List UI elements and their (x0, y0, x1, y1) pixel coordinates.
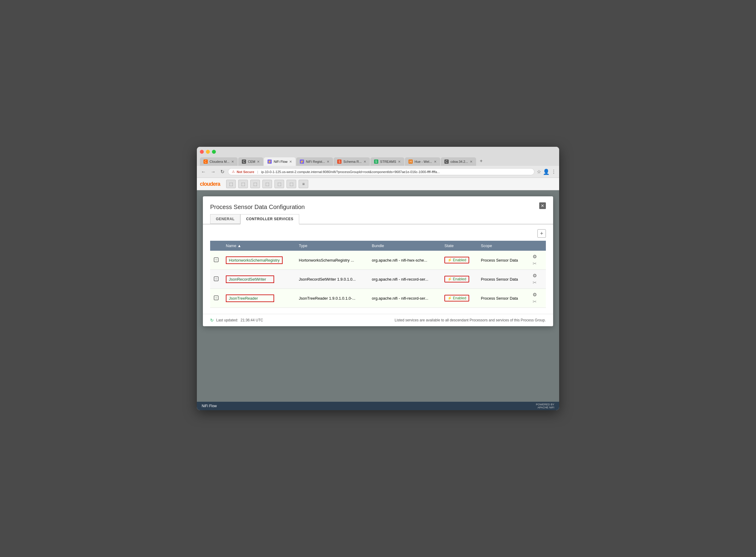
tab-favicon-cdsw: C (445, 159, 449, 164)
row-state-cell: ⚡ Enabled (441, 270, 477, 289)
tab-close-cloudera[interactable]: ✕ (231, 160, 234, 164)
col-name[interactable]: Name ▲ (222, 241, 295, 251)
toolbar-btn-2[interactable]: ⬚ (238, 180, 248, 188)
last-updated-time: 21:36:44 UTC (241, 318, 263, 322)
row-name-cell[interactable]: HortonworksSchemaRegistry (222, 251, 295, 270)
new-tab-button[interactable]: + (477, 156, 485, 166)
row-type-cell: JsonTreeReader 1.9.0.1.0.1.0-... (295, 289, 368, 308)
state-badge: ⚡ Enabled (445, 257, 469, 263)
col-icon (210, 241, 222, 251)
tab-close-streams[interactable]: ✕ (398, 160, 401, 164)
service-name[interactable]: JsonRecordSetWriter (226, 275, 274, 283)
tab-close-nifi-flow[interactable]: ✕ (289, 160, 292, 164)
maximize-traffic-light[interactable] (212, 150, 216, 154)
row-name-cell[interactable]: JsonTreeReader (222, 289, 295, 308)
browser-tab-cdsw[interactable]: C cdsw.34.2... ✕ (441, 157, 476, 166)
configure-service-button[interactable]: ⚙ (532, 272, 538, 279)
row-type-cell: JsonRecordSetWriter 1.9.0.1.0... (295, 270, 368, 289)
tab-label-schema: Schema R... (343, 160, 362, 164)
modal-close-button[interactable]: ✕ (539, 202, 546, 209)
configure-service-button[interactable]: ⚙ (532, 253, 538, 260)
address-bar: ← → ↻ ⚠ Not Secure | ip-10-0-1-125.us-we… (197, 166, 559, 178)
row-scope-cell: Process Sensor Data (477, 289, 528, 308)
toolbar-icons: ⬚ ⬚ ⬚ ⬚ ⬚ ⬚ ≡ (226, 180, 308, 188)
state-badge: ⚡ Enabled (445, 276, 469, 283)
toolbar-btn-5[interactable]: ⬚ (274, 180, 284, 188)
row-state-cell: ⚡ Enabled (441, 289, 477, 308)
disable-service-button[interactable]: ✂ (532, 279, 538, 286)
browser-tab-cloudera[interactable]: C Cloudera M... ✕ (200, 157, 238, 166)
tab-close-hue[interactable]: ✕ (434, 160, 436, 164)
back-button[interactable]: ← (200, 169, 207, 175)
close-traffic-light[interactable] (200, 150, 204, 154)
refresh-icon[interactable]: ↻ (210, 318, 214, 323)
row-name-cell[interactable]: JsonRecordSetWriter (222, 270, 295, 289)
disable-service-button[interactable]: ✂ (532, 298, 538, 305)
profile-icon[interactable]: 👤 (543, 169, 549, 175)
tab-favicon-schema: S (337, 159, 341, 164)
state-label: Enabled (453, 296, 466, 300)
toolbar-btn-3[interactable]: ⬚ (250, 180, 260, 188)
tab-favicon-streams: S (374, 159, 378, 164)
tab-controller-services[interactable]: CONTROLLER SERVICES (240, 214, 299, 225)
menu-icon[interactable]: ⋮ (551, 169, 556, 175)
address-input[interactable]: ⚠ Not Secure | ip-10-0-1-125.us-west-2.c… (228, 168, 535, 175)
browser-tab-cem[interactable]: C CEM ✕ (238, 157, 263, 166)
bookmark-icon[interactable]: ☆ (537, 169, 541, 175)
powered-by-label: POWERED BYAPACHE NIFI (536, 403, 554, 409)
tab-favicon-cloudera: C (204, 159, 208, 164)
lightning-icon: ⚡ (448, 258, 452, 262)
tab-general[interactable]: GENERAL (210, 214, 240, 224)
browser-tab-schema[interactable]: S Schema R... ✕ (334, 157, 370, 166)
minimize-traffic-light[interactable] (206, 150, 210, 154)
row-icon-cell (210, 289, 222, 308)
modal-body: + Name ▲ Type Bundle (203, 225, 553, 314)
row-icon-cell (210, 251, 222, 270)
add-service-button[interactable]: + (537, 229, 546, 238)
tab-favicon-nifi-reg: ⚡ (300, 159, 304, 164)
browser-tabs-bar: C Cloudera M... ✕ C CEM ✕ ⚡ NiFi Flow ✕ … (200, 156, 556, 166)
row-actions-cell: ⚙ ✂ (528, 289, 546, 308)
tab-close-cem[interactable]: ✕ (257, 160, 260, 164)
disable-service-button[interactable]: ✂ (532, 260, 538, 267)
forward-button[interactable]: → (210, 169, 217, 175)
row-scope-cell: Process Sensor Data (477, 251, 528, 270)
service-icon (214, 296, 219, 301)
row-bundle-cell: org.apache.nifi - nifi-record-ser... (368, 270, 441, 289)
tab-label-nifi-flow: NiFi Flow (274, 160, 288, 164)
browser-tab-nifi-flow[interactable]: ⚡ NiFi Flow ✕ (264, 157, 296, 166)
browser-tab-nifi-reg[interactable]: ⚡ NiFi Regist... ✕ (296, 157, 333, 166)
tab-close-nifi-reg[interactable]: ✕ (327, 160, 329, 164)
row-scope-cell: Process Sensor Data (477, 270, 528, 289)
app-name-label: NiFi Flow (202, 404, 217, 408)
tab-close-cdsw[interactable]: ✕ (470, 160, 473, 164)
col-state: State (441, 241, 477, 251)
lightning-icon: ⚡ (448, 277, 452, 281)
browser-tab-hue[interactable]: H Hue - Wel... ✕ (405, 157, 440, 166)
col-scope: Scope (477, 241, 528, 251)
table-row: JsonTreeReaderJsonTreeReader 1.9.0.1.0.1… (210, 289, 546, 308)
row-actions-cell: ⚙ ✂ (528, 270, 546, 289)
col-actions (528, 241, 546, 251)
browser-tab-streams[interactable]: S STREAMS ✕ (370, 157, 404, 166)
modal-tabs: GENERAL CONTROLLER SERVICES (203, 210, 553, 225)
configure-service-button[interactable]: ⚙ (532, 291, 538, 298)
lightning-icon: ⚡ (448, 296, 452, 300)
toolbar-btn-1[interactable]: ⬚ (226, 180, 236, 188)
not-secure-label: Not Secure (237, 170, 254, 174)
service-name[interactable]: HortonworksSchemaRegistry (226, 257, 282, 264)
address-actions: ☆ 👤 ⋮ (537, 169, 556, 175)
toolbar-btn-4[interactable]: ⬚ (262, 180, 272, 188)
tab-favicon-cem: C (242, 159, 246, 164)
modal-title: Process Sensor Data Configuration (210, 204, 305, 210)
service-name[interactable]: JsonTreeReader (226, 294, 274, 302)
tab-close-schema[interactable]: ✕ (364, 160, 366, 164)
col-type: Type (295, 241, 368, 251)
table-row: JsonRecordSetWriterJsonRecordSetWriter 1… (210, 270, 546, 289)
reload-button[interactable]: ↻ (219, 168, 225, 175)
service-icon (214, 277, 219, 282)
row-bundle-cell: org.apache.nifi - nifi-record-ser... (368, 289, 441, 308)
toolbar-btn-7[interactable]: ≡ (299, 180, 308, 188)
last-updated-section: ↻ Last updated: 21:36:44 UTC (210, 318, 263, 323)
toolbar-btn-6[interactable]: ⬚ (286, 180, 296, 188)
